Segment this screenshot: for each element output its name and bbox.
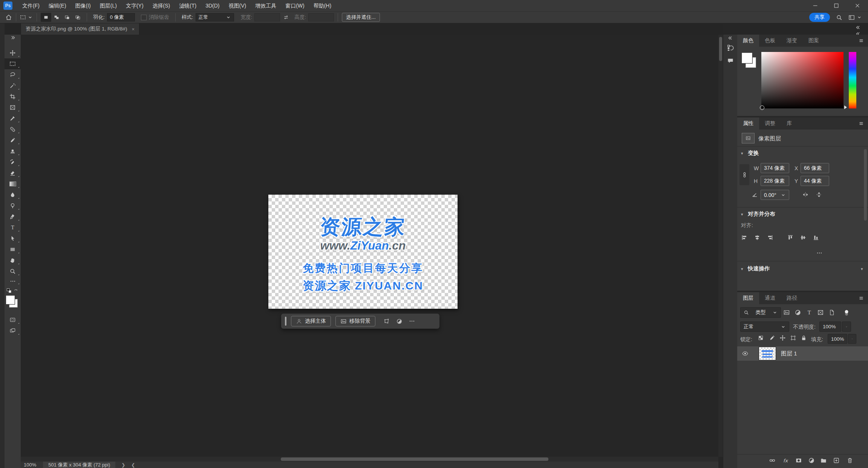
canvas-area[interactable]: 资源之家 www.ZiYuan.cn 免费热门项目每天分享 资源之家 ZIYUA…: [21, 35, 718, 457]
filter-shape-layers-button[interactable]: [817, 309, 824, 316]
tab-patterns[interactable]: 图案: [803, 35, 825, 47]
document-image[interactable]: 资源之家 www.ZiYuan.cn 免费热门项目每天分享 资源之家 ZIYUA…: [268, 195, 458, 309]
feather-input[interactable]: 0 像素: [107, 13, 135, 21]
lock-transparency-button[interactable]: [758, 335, 764, 341]
new-adjustment-layer-button[interactable]: [808, 457, 815, 464]
color-field-selector[interactable]: [760, 105, 764, 110]
menu-select[interactable]: 选择(S): [148, 0, 175, 11]
opacity-dropdown-button[interactable]: [842, 322, 851, 332]
menu-filter[interactable]: 滤镜(T): [175, 0, 201, 11]
select-subject-button[interactable]: 选择主体: [291, 316, 331, 326]
lock-all-button[interactable]: [801, 335, 807, 341]
tab-layers[interactable]: 图层: [737, 292, 759, 304]
height-input[interactable]: [308, 13, 334, 21]
hue-slider-arrow[interactable]: [844, 105, 847, 109]
home-button[interactable]: [5, 14, 12, 21]
maximize-button[interactable]: [826, 0, 847, 11]
tool-zoom[interactable]: [5, 266, 21, 277]
screen-mode-button[interactable]: [5, 325, 21, 336]
delete-layer-button[interactable]: [847, 457, 853, 464]
layer-row[interactable]: 图层 1: [737, 346, 868, 361]
height-input[interactable]: 228 像素: [761, 176, 789, 186]
collapse-chevron-icon[interactable]: ▾: [741, 267, 743, 271]
adjustment-button[interactable]: [393, 316, 406, 326]
align-bottom-button[interactable]: [813, 234, 819, 241]
blend-mode-dropdown[interactable]: 正常: [740, 322, 789, 332]
panel-scrollbar[interactable]: [864, 149, 867, 221]
tab-paths[interactable]: 路径: [781, 292, 803, 304]
menu-window[interactable]: 窗口(W): [281, 0, 309, 11]
vertical-scroll-thumb[interactable]: [719, 37, 722, 61]
add-mask-button[interactable]: [795, 457, 802, 464]
color-field[interactable]: [761, 52, 844, 108]
status-chevron-right[interactable]: ❯: [121, 462, 125, 468]
zoom-level[interactable]: 100%: [24, 462, 36, 468]
panel-menu-button[interactable]: [858, 292, 868, 304]
tool-type[interactable]: [5, 222, 21, 233]
tab-gradients[interactable]: 渐变: [781, 35, 803, 47]
filter-adjustment-layers-button[interactable]: [795, 309, 801, 316]
tool-rectangle-shape[interactable]: [5, 244, 21, 255]
flip-horizontal-button[interactable]: [802, 191, 809, 198]
align-right-button[interactable]: [767, 234, 773, 241]
width-input[interactable]: 374 像素: [761, 163, 789, 173]
panel-menu-button[interactable]: [858, 117, 868, 130]
filter-toggle-switch[interactable]: [843, 306, 850, 319]
tool-rectangular-marquee[interactable]: [5, 58, 21, 69]
comments-panel-button[interactable]: [723, 54, 738, 67]
selection-mode-subtract[interactable]: [62, 13, 72, 22]
fill-dropdown-button[interactable]: [848, 334, 856, 344]
horizontal-scroll-thumb[interactable]: [281, 457, 548, 461]
history-panel-button[interactable]: [723, 41, 738, 54]
search-button[interactable]: [836, 14, 842, 21]
menu-plugins[interactable]: 增效工具: [251, 0, 281, 11]
toolbar-collapse-button[interactable]: [5, 35, 21, 41]
tool-crop[interactable]: [5, 91, 21, 102]
align-center-h-button[interactable]: [754, 234, 761, 241]
opacity-input[interactable]: 100%: [819, 322, 841, 332]
tool-frame[interactable]: [5, 102, 21, 113]
tool-spot-healing[interactable]: [5, 124, 21, 135]
new-layer-button[interactable]: [833, 457, 840, 464]
tab-adjustments[interactable]: 调整: [759, 117, 781, 130]
filter-pixel-layers-button[interactable]: [783, 309, 790, 316]
layer-thumbnail[interactable]: [759, 347, 776, 360]
filter-type-layers-button[interactable]: [806, 309, 813, 316]
collapse-chevron-icon[interactable]: ▾: [741, 151, 743, 156]
select-and-mask-button[interactable]: 选择并遮住...: [342, 13, 380, 22]
menu-layer[interactable]: 图层(L): [95, 0, 121, 11]
menu-image[interactable]: 图像(I): [71, 0, 95, 11]
layer-filter-dropdown[interactable]: 类型: [740, 307, 781, 318]
flip-vertical-button[interactable]: [816, 191, 822, 198]
lock-position-button[interactable]: [779, 335, 786, 341]
align-top-button[interactable]: [787, 234, 794, 241]
swap-dimensions-button[interactable]: [283, 14, 289, 20]
menu-help[interactable]: 帮助(H): [309, 0, 336, 11]
tool-eraser[interactable]: [5, 168, 21, 178]
panel-collapse-button[interactable]: [723, 35, 738, 41]
share-button[interactable]: 共享: [809, 13, 830, 22]
tab-channels[interactable]: 通道: [759, 292, 781, 304]
lock-artboard-button[interactable]: [790, 335, 796, 341]
menu-3d[interactable]: 3D(D): [201, 0, 224, 11]
y-input[interactable]: 44 像素: [801, 176, 829, 186]
canvas-horizontal-scrollbar[interactable]: [21, 457, 718, 462]
workspace-switcher[interactable]: [848, 14, 862, 21]
tool-gradient[interactable]: [5, 178, 21, 189]
link-dimensions-button[interactable]: [739, 164, 749, 185]
layer-name[interactable]: 图层 1: [781, 350, 797, 357]
edit-toolbar-button[interactable]: [5, 277, 21, 286]
canvas-vertical-scrollbar[interactable]: [718, 35, 723, 457]
tool-lasso[interactable]: [5, 69, 21, 80]
tool-clone-stamp[interactable]: [5, 146, 21, 157]
filter-smart-objects-button[interactable]: [828, 309, 835, 316]
tab-swatches[interactable]: 色板: [759, 35, 781, 47]
width-input[interactable]: [254, 13, 280, 21]
collapse-chevron-icon[interactable]: ▾: [741, 212, 743, 217]
hue-slider[interactable]: [849, 52, 856, 108]
tab-close-button[interactable]: ×: [132, 26, 135, 32]
tool-eyedropper[interactable]: [5, 113, 21, 124]
selection-mode-add[interactable]: [51, 13, 62, 22]
menu-view[interactable]: 视图(V): [224, 0, 251, 11]
layer-visibility-toggle[interactable]: [742, 350, 749, 357]
